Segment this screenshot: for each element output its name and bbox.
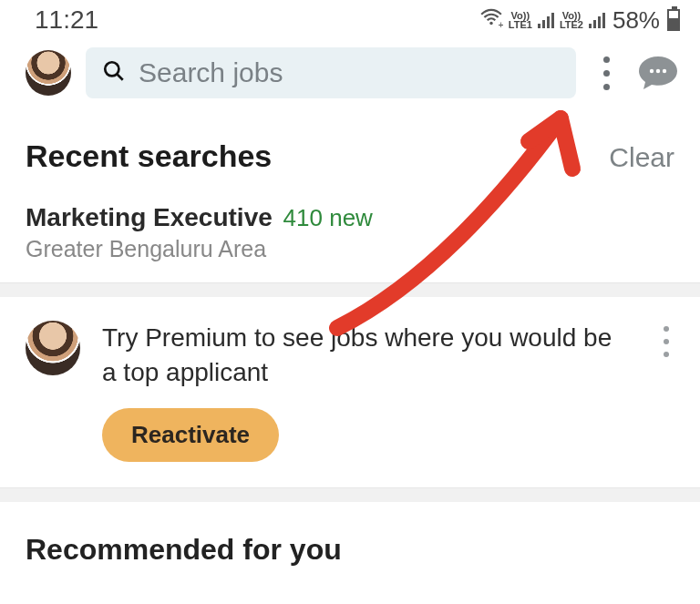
lte1-label: LTE1 <box>509 20 532 29</box>
overflow-menu-icon[interactable] <box>591 56 622 90</box>
recent-searches-title: Recent searches <box>26 138 272 174</box>
signal-1-icon <box>538 13 554 28</box>
recent-search-location: Greater Bengaluru Area <box>26 236 674 262</box>
battery-percent: 58% <box>612 6 660 35</box>
svg-line-3 <box>117 74 123 80</box>
recent-search-title: Marketing Executive <box>26 203 273 231</box>
status-bar: 11:21 + Vo)) LTE1 Vo)) LTE2 58% <box>0 0 700 38</box>
promo-overflow-icon[interactable] <box>651 326 682 357</box>
status-time: 11:21 <box>35 5 98 35</box>
svg-text:+: + <box>498 19 502 29</box>
recent-search-new-count: 410 new <box>283 204 373 231</box>
recommended-section: Recommended for you <box>0 502 700 567</box>
recommended-title: Recommended for you <box>26 533 674 567</box>
svg-point-5 <box>656 69 660 73</box>
recent-search-item[interactable]: Marketing Executive 410 new Greater Beng… <box>0 181 700 282</box>
status-right: + Vo)) LTE1 Vo)) LTE2 58% <box>479 5 680 35</box>
reactivate-button[interactable]: Reactivate <box>102 408 279 462</box>
clear-button[interactable]: Clear <box>609 142 674 173</box>
battery-icon <box>667 9 680 31</box>
recent-searches-header: Recent searches Clear <box>0 109 700 181</box>
profile-avatar[interactable] <box>26 50 71 96</box>
wifi-icon: + <box>479 5 503 35</box>
app-header: Search jobs <box>0 38 700 109</box>
search-placeholder: Search jobs <box>139 57 283 88</box>
section-divider <box>0 487 700 502</box>
section-divider <box>0 282 700 297</box>
promo-avatar <box>26 321 80 375</box>
lte2-label: LTE2 <box>560 20 583 29</box>
premium-promo-card: Try Premium to see jobs where you would … <box>0 297 700 487</box>
svg-point-2 <box>105 62 118 76</box>
svg-point-0 <box>489 22 492 25</box>
svg-point-6 <box>663 69 666 73</box>
signal-2-icon <box>589 13 605 28</box>
promo-text: Try Premium to see jobs where you would … <box>102 321 629 390</box>
chat-icon[interactable] <box>636 55 680 91</box>
search-input[interactable]: Search jobs <box>86 47 576 98</box>
search-icon <box>102 59 126 87</box>
svg-point-4 <box>650 69 654 73</box>
